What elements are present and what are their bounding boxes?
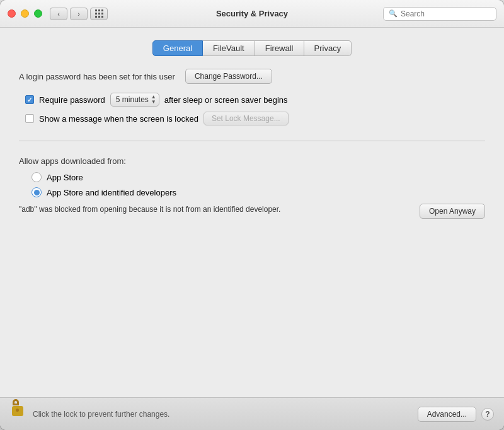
help-button[interactable]: ? (481, 408, 494, 421)
main-window: ‹ › Security & Privacy 🔍 General FileVau… (0, 0, 504, 430)
panel-general: A login password has been set for this u… (0, 69, 504, 397)
app-store-label: App Store (47, 173, 83, 182)
blocked-message-row: "adb" was blocked from opening because i… (19, 204, 485, 219)
dropdown-value: 5 minutes (116, 95, 149, 104)
require-password-suffix: after sleep or screen saver begins (164, 95, 288, 105)
forward-button[interactable]: › (70, 8, 88, 20)
lock-hint-text: Click the lock to prevent further change… (33, 410, 410, 419)
forward-icon: › (77, 10, 80, 18)
tab-privacy[interactable]: Privacy (304, 40, 352, 56)
login-password-section: A login password has been set for this u… (19, 69, 485, 84)
advanced-button[interactable]: Advanced... (418, 407, 476, 422)
content-area: General FileVault Firewall Privacy A log… (0, 28, 504, 397)
require-password-dropdown[interactable]: 5 minutes ▲ ▼ (110, 93, 159, 107)
show-message-row: Show a message when the screen is locked… (19, 112, 485, 125)
radio-app-store-row: App Store (19, 172, 485, 182)
lock-shackle (13, 399, 19, 405)
window-title: Security & Privacy (216, 9, 288, 18)
titlebar: ‹ › Security & Privacy 🔍 (0, 0, 504, 28)
maximize-button[interactable] (34, 9, 42, 18)
lock-keyhole (16, 409, 19, 412)
login-password-text: A login password has been set for this u… (19, 72, 175, 81)
require-password-checkbox[interactable] (25, 95, 34, 104)
nav-buttons: ‹ › (50, 8, 88, 20)
lock-icon[interactable] (10, 405, 25, 424)
bottom-buttons: Advanced... ? (418, 407, 494, 422)
back-button[interactable]: ‹ (50, 8, 67, 20)
app-store-identified-label: App Store and identified developers (47, 188, 176, 197)
search-input[interactable] (401, 9, 491, 18)
require-password-row: Require password 5 minutes ▲ ▼ after sle… (19, 93, 485, 107)
change-password-button[interactable]: Change Password... (185, 69, 272, 84)
open-anyway-button[interactable]: Open Anyway (420, 204, 485, 219)
lock-body (12, 406, 23, 416)
show-message-checkbox[interactable] (25, 114, 34, 123)
allow-apps-label: Allow apps downloaded from: (19, 156, 485, 166)
tab-filevault[interactable]: FileVault (203, 40, 255, 56)
section-divider (19, 141, 485, 141)
search-box[interactable]: 🔍 (383, 7, 496, 21)
search-icon: 🔍 (389, 9, 398, 18)
show-message-label: Show a message when the screen is locked (39, 114, 198, 124)
minimize-button[interactable] (21, 9, 29, 18)
grid-view-button[interactable] (90, 8, 108, 20)
tab-general[interactable]: General (152, 40, 203, 56)
close-button[interactable] (8, 9, 16, 18)
bottom-bar: Click the lock to prevent further change… (0, 397, 504, 430)
blocked-message-text: "adb" was blocked from opening because i… (19, 204, 410, 215)
back-icon: ‹ (57, 10, 60, 18)
grid-icon (95, 9, 103, 18)
radio-app-store[interactable] (32, 172, 42, 182)
radio-app-store-identified-row: App Store and identified developers (19, 187, 485, 197)
tab-firewall[interactable]: Firewall (255, 40, 304, 56)
require-password-label: Require password (39, 95, 105, 105)
tab-bar: General FileVault Firewall Privacy (0, 40, 504, 56)
traffic-lights (8, 9, 42, 18)
dropdown-arrows-icon: ▲ ▼ (151, 95, 156, 105)
set-lock-message-button[interactable]: Set Lock Message... (203, 112, 289, 125)
radio-app-store-identified[interactable] (32, 187, 42, 197)
